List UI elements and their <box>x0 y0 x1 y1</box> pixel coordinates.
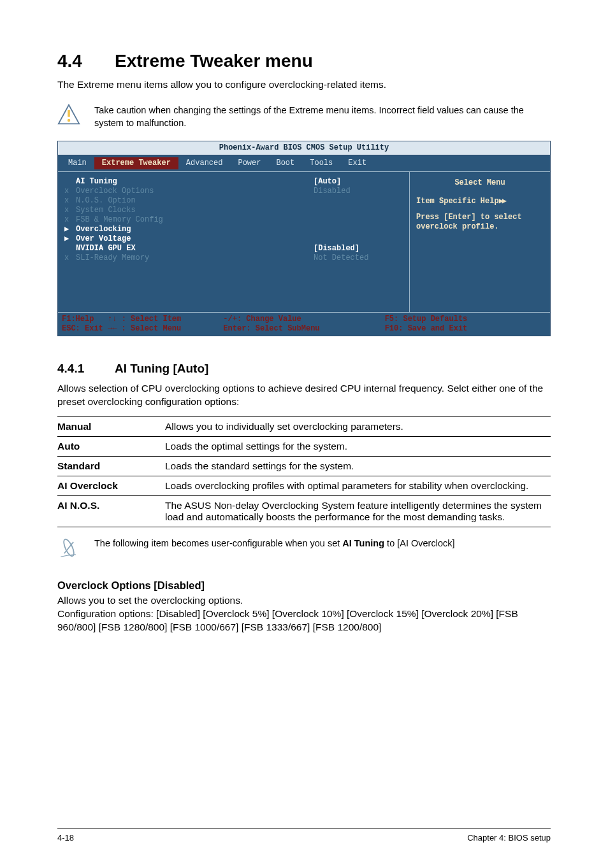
bios-key-f10: F10: Save and Exit <box>385 324 546 334</box>
subsection-title: AI Tuning [Auto] <box>115 362 208 375</box>
row-marker <box>64 177 76 187</box>
bios-help-item: Item Specific Help▶▶ <box>416 197 544 206</box>
row-label: NVIDIA GPU EX <box>76 244 314 253</box>
option-description: Loads the optimal settings for the syste… <box>165 436 551 456</box>
bios-item-row[interactable]: xOverclock OptionsDisabled <box>64 187 403 196</box>
note-icon <box>57 536 80 562</box>
option-name: Manual <box>57 416 165 436</box>
row-label: AI Tuning <box>76 177 314 187</box>
page-number: 4-18 <box>57 833 74 843</box>
subsection-number: 4.4.1 <box>57 362 115 376</box>
row-marker <box>64 244 76 253</box>
section-number: 4.4 <box>57 51 115 71</box>
bios-menu-extreme-tweaker[interactable]: Extreme Tweaker <box>94 157 178 169</box>
row-marker: ▶ <box>64 234 76 244</box>
bios-item-row[interactable]: AI Tuning[Auto] <box>64 177 403 187</box>
option-name: Auto <box>57 436 165 456</box>
table-row: AI OverclockLoads overclocking profiles … <box>57 476 551 495</box>
svg-point-2 <box>68 119 71 122</box>
note-callout: The following item becomes user-configur… <box>57 536 551 562</box>
bios-item-row[interactable]: ▶Overclocking <box>64 225 403 234</box>
option-description: Allows you to individually set overclock… <box>165 416 551 436</box>
table-row: ManualAllows you to individually set ove… <box>57 416 551 436</box>
bios-key-enter: Enter: Select SubMenu <box>223 324 384 334</box>
row-marker: x <box>64 215 76 225</box>
option-name: AI N.O.S. <box>57 495 165 527</box>
row-marker: x <box>64 187 76 196</box>
row-value <box>314 196 403 206</box>
bios-item-row[interactable]: xSLI-Ready MemoryNot Detected <box>64 253 403 263</box>
bios-titlebar: Phoenix-Award BIOS CMOS Setup Utility <box>58 141 550 155</box>
subsection-heading: 4.4.1AI Tuning [Auto] <box>57 362 551 376</box>
bios-item-row[interactable]: xSystem Clocks <box>64 206 403 215</box>
row-label: System Clocks <box>76 206 314 215</box>
row-label: SLI-Ready Memory <box>76 253 314 263</box>
row-value: Disabled <box>314 187 403 196</box>
options-table: ManualAllows you to individually set ove… <box>57 416 551 527</box>
row-value <box>314 215 403 225</box>
bios-menu-main[interactable]: Main <box>61 157 94 169</box>
row-marker: ▶ <box>64 225 76 234</box>
bios-key-f5: F5: Setup Defaults <box>385 315 546 324</box>
bios-menu-power[interactable]: Power <box>230 157 268 169</box>
bios-item-row[interactable]: NVIDIA GPU EX[Disabled] <box>64 244 403 253</box>
bios-help-title: Select Menu <box>416 178 544 188</box>
bios-menu-advanced[interactable]: Advanced <box>178 157 231 169</box>
row-marker: x <box>64 253 76 263</box>
overclock-options-line1: Allows you to set the overclocking optio… <box>57 594 551 608</box>
row-label: Overclocking <box>76 225 314 234</box>
bios-key-esc: ESC: Exit <box>62 324 103 333</box>
chapter-label: Chapter 4: BIOS setup <box>467 833 551 843</box>
row-value <box>314 234 403 244</box>
warning-icon <box>57 103 80 129</box>
bios-key-leftright: →← : Select Menu <box>108 324 181 333</box>
bios-help-panel: Select Menu Item Specific Help▶▶ Press [… <box>410 172 550 312</box>
row-label: Over Voltage <box>76 234 314 244</box>
intro-text: The Extreme menu items allow you to conf… <box>57 79 551 90</box>
overclock-options-heading: Overclock Options [Disabled] <box>57 580 551 592</box>
note-text: The following item becomes user-configur… <box>94 536 551 550</box>
row-value: [Auto] <box>314 177 403 187</box>
table-row: AI N.O.S.The ASUS Non-delay Overclocking… <box>57 495 551 527</box>
bios-menu-tools[interactable]: Tools <box>302 157 340 169</box>
row-marker: x <box>64 196 76 206</box>
bios-menubar: Main Extreme Tweaker Advanced Power Boot… <box>58 155 550 172</box>
option-name: AI Overclock <box>57 476 165 495</box>
bios-key-change: -/+: Change Value <box>223 315 384 324</box>
table-row: StandardLoads the standard settings for … <box>57 456 551 476</box>
row-value <box>314 225 403 234</box>
bios-key-f1: F1:Help <box>62 315 94 324</box>
page-footer: 4-18 Chapter 4: BIOS setup <box>57 829 551 843</box>
row-marker: x <box>64 206 76 215</box>
option-description: Loads the standard settings for the syst… <box>165 456 551 476</box>
bios-item-list: AI Tuning[Auto]xOverclock OptionsDisable… <box>58 172 410 312</box>
bios-help-body-1: Press [Enter] to select <box>416 213 544 222</box>
bios-key-updown: ↑↓ : Select Item <box>108 315 181 324</box>
table-row: AutoLoads the optimal settings for the s… <box>57 436 551 456</box>
bios-item-row[interactable]: xN.O.S. Option <box>64 196 403 206</box>
bios-screenshot: Phoenix-Award BIOS CMOS Setup Utility Ma… <box>57 141 551 336</box>
row-label: Overclock Options <box>76 187 314 196</box>
option-name: Standard <box>57 456 165 476</box>
warning-callout: Take caution when changing the settings … <box>57 103 551 129</box>
bios-footer: F1:Help ↑↓ : Select Item ESC: Exit →← : … <box>58 313 550 336</box>
row-label: N.O.S. Option <box>76 196 314 206</box>
bios-menu-boot[interactable]: Boot <box>268 157 302 169</box>
warning-text: Take caution when changing the settings … <box>94 103 551 129</box>
option-description: Loads overclocking profiles with optimal… <box>165 476 551 495</box>
row-value: [Disabled] <box>314 244 403 253</box>
section-heading: 4.4Extreme Tweaker menu <box>57 51 551 71</box>
bios-item-row[interactable]: ▶Over Voltage <box>64 234 403 244</box>
bios-item-row[interactable]: xFSB & Memory Config <box>64 215 403 225</box>
bios-help-body-2: overclock profile. <box>416 222 544 232</box>
row-label: FSB & Memory Config <box>76 215 314 225</box>
svg-rect-1 <box>68 110 70 117</box>
bios-menu-exit[interactable]: Exit <box>340 157 374 169</box>
option-description: The ASUS Non-delay Overclocking System f… <box>165 495 551 527</box>
section-title: Extreme Tweaker menu <box>115 51 313 71</box>
row-value <box>314 206 403 215</box>
row-value: Not Detected <box>314 253 403 263</box>
overclock-options-line2: Configuration options: [Disabled] [Overc… <box>57 608 551 634</box>
subsection-intro: Allows selection of CPU overclocking opt… <box>57 382 551 409</box>
